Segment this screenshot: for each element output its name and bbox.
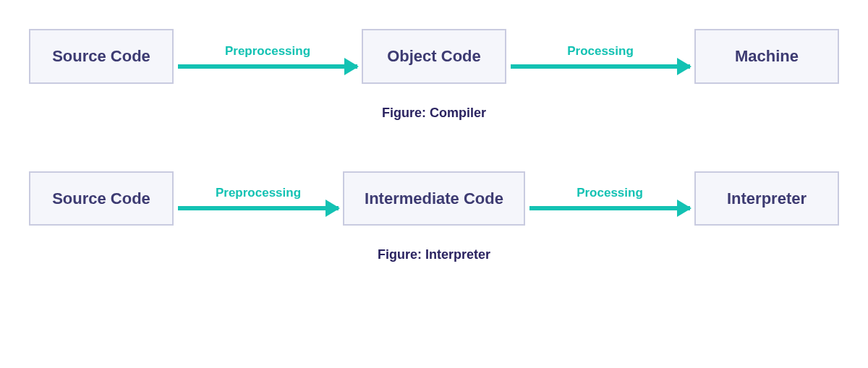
node-source-code: Source Code — [29, 29, 174, 84]
arrow-preprocessing: Preprocessing — [174, 44, 362, 69]
arrow-label: Preprocessing — [178, 186, 339, 200]
arrow-label: Processing — [529, 186, 690, 200]
arrow-icon — [178, 64, 357, 69]
caption-interpreter: Figure: Interpreter — [29, 247, 839, 262]
arrow-icon — [511, 64, 690, 69]
arrow-preprocessing: Preprocessing — [174, 186, 343, 210]
arrow-icon — [529, 206, 690, 210]
arrow-label: Processing — [511, 44, 690, 59]
arrow-icon — [178, 206, 339, 210]
node-machine: Machine — [694, 29, 839, 84]
compiler-diagram: Source Code Preprocessing Object Code Pr… — [29, 29, 839, 84]
node-object-code: Object Code — [362, 29, 506, 84]
node-interpreter: Interpreter — [694, 171, 839, 226]
arrow-label: Preprocessing — [178, 44, 357, 59]
caption-compiler: Figure: Compiler — [29, 106, 839, 121]
interpreter-diagram: Source Code Preprocessing Intermediate C… — [29, 171, 839, 226]
node-intermediate-code: Intermediate Code — [343, 171, 525, 226]
arrow-processing: Processing — [525, 186, 694, 210]
node-source-code: Source Code — [29, 171, 174, 226]
arrow-processing: Processing — [506, 44, 694, 69]
